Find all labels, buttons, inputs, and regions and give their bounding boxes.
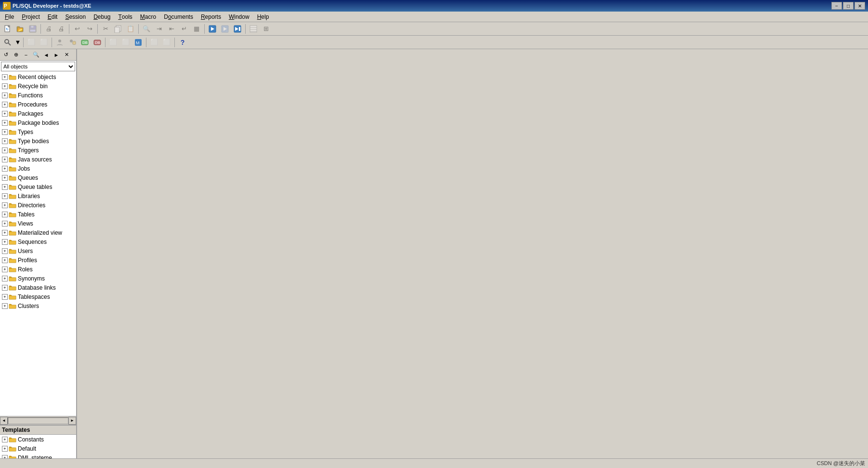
tree-expander[interactable]: + — [2, 285, 8, 291]
tree-expander[interactable]: + — [2, 138, 8, 144]
tree-item-type-bodies[interactable]: + Type bodies — [0, 136, 76, 146]
tree-item-jobs[interactable]: + Jobs — [0, 164, 76, 173]
close-panel-button[interactable]: ✕ — [62, 50, 71, 60]
tree-expander[interactable]: + — [2, 93, 8, 98]
tree-expander[interactable]: + — [2, 184, 8, 190]
tree-expander[interactable]: + — [2, 129, 8, 135]
conn2-button[interactable]: DB — [92, 37, 103, 48]
expand-button[interactable]: ⊕ — [11, 50, 21, 60]
tree-expander[interactable]: + — [2, 157, 8, 162]
search-dropdown[interactable]: ▼ — [14, 37, 21, 48]
tree-expander[interactable]: + — [2, 166, 8, 172]
copy-button[interactable] — [112, 24, 124, 34]
print-button[interactable]: 🖨 — [43, 24, 54, 34]
tb-btn1[interactable]: ⬜ — [26, 37, 37, 48]
tree-item-queue-tables[interactable]: + Queue tables — [0, 182, 76, 191]
user2-button[interactable]: + — [66, 37, 78, 48]
tb-btn5[interactable]: M — [132, 37, 144, 48]
scroll-left[interactable]: ◄ — [0, 417, 8, 425]
menu-project[interactable]: Project — [18, 12, 43, 22]
tree-item-triggers[interactable]: + Triggers — [0, 146, 76, 155]
tree-expander[interactable]: + — [2, 276, 8, 281]
execute2-button[interactable]: … — [219, 24, 231, 34]
tree-item-libraries[interactable]: + Libraries — [0, 191, 76, 201]
tree-expander[interactable]: + — [2, 257, 8, 263]
maximize-button[interactable]: □ — [843, 2, 854, 10]
tree-expander[interactable]: + — [2, 267, 8, 272]
menu-help[interactable]: Help — [253, 12, 273, 22]
tree-expander[interactable]: + — [2, 74, 8, 80]
tree-item-java-sources[interactable]: + Java sources — [0, 155, 76, 164]
tpl-item-constants[interactable]: + Constants — [0, 435, 76, 444]
object-type-select[interactable]: All objects My objects Other users — [1, 62, 75, 71]
tree-item-synonyms[interactable]: + Synonyms — [0, 274, 76, 283]
menu-session[interactable]: Session — [61, 12, 90, 22]
menu-documents[interactable]: Documents — [160, 12, 197, 22]
execute1-button[interactable] — [207, 24, 218, 34]
minimize-button[interactable]: − — [831, 2, 842, 10]
tree-expander[interactable]: + — [2, 230, 8, 236]
tree-expander[interactable]: + — [2, 221, 8, 227]
back-button[interactable]: ◄ — [41, 50, 51, 60]
block-button[interactable]: ▦ — [191, 24, 202, 34]
tb-btn7[interactable]: ⬜ — [161, 37, 172, 48]
tree-item-queues[interactable]: + Queues — [0, 173, 76, 182]
menu-reports[interactable]: Reports — [197, 12, 225, 22]
print-preview-button[interactable]: 🖨 — [55, 24, 67, 34]
tree-item-recycle-bin[interactable]: + Recycle bin — [0, 81, 76, 91]
help-button[interactable]: ? — [177, 37, 188, 48]
tree-item-types[interactable]: + Types — [0, 127, 76, 136]
tree-item-functions[interactable]: + Functions — [0, 91, 76, 100]
tree-expander[interactable]: + — [2, 120, 8, 126]
templates-tree[interactable]: + Constants + Default + DML stateme... — [0, 435, 76, 460]
find-replace-button[interactable]: 🔍 — [141, 24, 152, 34]
tree-expander[interactable]: + — [2, 212, 8, 217]
search-button[interactable] — [2, 37, 13, 48]
tree-expander[interactable]: + — [2, 193, 8, 199]
tree-expander[interactable]: + — [2, 175, 8, 181]
tree-expander[interactable]: + — [2, 294, 8, 300]
menu-macro[interactable]: Macro — [136, 12, 160, 22]
open-button[interactable]: 📂 — [14, 24, 26, 34]
find-obj-button[interactable]: 🔍 — [31, 50, 41, 60]
menu-window[interactable]: Window — [225, 12, 253, 22]
outdent-button[interactable]: ⇤ — [166, 24, 177, 34]
tree-item-clusters[interactable]: + Clusters — [0, 301, 76, 310]
tree-expander[interactable]: + — [2, 83, 8, 89]
tpl-item-default[interactable]: + Default — [0, 444, 76, 453]
tree-item-profiles[interactable]: + Profiles — [0, 255, 76, 265]
user1-button[interactable] — [54, 37, 66, 48]
tpl-expander[interactable]: + — [2, 437, 8, 442]
grid2-button[interactable]: ⊞ — [260, 24, 272, 34]
scroll-track[interactable] — [8, 417, 68, 424]
tree-expander[interactable]: + — [2, 111, 8, 117]
tree-item-roles[interactable]: + Roles — [0, 265, 76, 274]
save-button[interactable] — [27, 24, 39, 34]
tree-expander[interactable]: + — [2, 147, 8, 153]
undo-button[interactable]: ↩ — [71, 24, 83, 34]
tree-expander[interactable]: + — [2, 202, 8, 208]
tree-item-procedures[interactable]: + Procedures — [0, 100, 76, 109]
tree-item-tables[interactable]: + Tables — [0, 210, 76, 219]
tb-btn6[interactable]: ⬜ — [148, 37, 160, 48]
tb-btn2[interactable]: ⬜ — [38, 37, 50, 48]
menu-edit[interactable]: Edit — [44, 12, 62, 22]
refresh-button[interactable]: ↺ — [1, 50, 11, 60]
tree-item-recent-objects[interactable]: + Recent objects — [0, 72, 76, 81]
tb-btn3[interactable]: ⬜ — [107, 37, 119, 48]
conn1-button[interactable]: DB — [79, 37, 91, 48]
tree-item-tablespaces[interactable]: + Tablespaces — [0, 292, 76, 301]
tpl-expander[interactable]: + — [2, 446, 8, 452]
tree-expander[interactable]: + — [2, 102, 8, 107]
new-button[interactable]: ↻ — [2, 24, 13, 34]
scroll-right[interactable]: ► — [68, 417, 76, 425]
tree-item-package-bodies[interactable]: + Package bodies — [0, 118, 76, 127]
tree-item-sequences[interactable]: + Sequences — [0, 237, 76, 246]
collapse-button[interactable]: − — [21, 50, 31, 60]
forward-button[interactable]: ► — [52, 50, 61, 60]
menu-file[interactable]: File — [1, 12, 18, 22]
tb-btn4[interactable]: ⬜ — [120, 37, 132, 48]
tree-item-database-links[interactable]: + Database links — [0, 283, 76, 292]
menu-tools[interactable]: Tools — [115, 12, 136, 22]
tree-container[interactable]: + Recent objects + Recycle bin + Functio… — [0, 72, 76, 416]
